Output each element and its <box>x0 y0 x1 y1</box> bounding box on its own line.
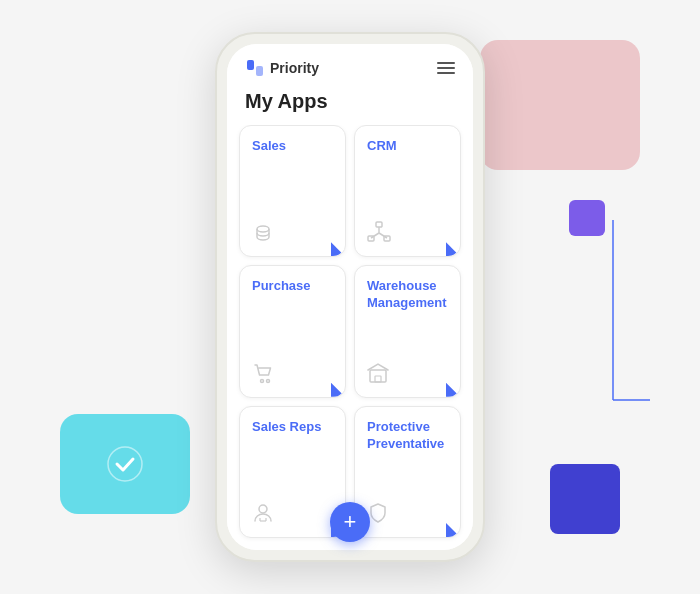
svg-rect-15 <box>375 376 381 382</box>
priority-logo-icon <box>245 58 265 78</box>
app-card-bottom-purchase <box>252 362 333 389</box>
hamburger-line-1 <box>437 62 455 64</box>
apps-grid: Sales CRM <box>227 125 473 550</box>
warehouse-card-arrow <box>446 383 460 397</box>
logo-text: Priority <box>270 60 319 76</box>
hamburger-line-3 <box>437 72 455 74</box>
app-card-protective[interactable]: Protective Preventative <box>354 406 461 538</box>
svg-point-0 <box>108 447 142 481</box>
logo-area: Priority <box>245 58 319 78</box>
protective-icon <box>367 502 389 529</box>
fab-add-button[interactable]: + <box>330 502 370 542</box>
app-title-salesreps: Sales Reps <box>252 419 333 436</box>
svg-rect-6 <box>376 222 382 227</box>
app-card-bottom-salesreps <box>252 502 333 529</box>
svg-point-13 <box>267 379 270 382</box>
app-card-bottom-sales <box>252 221 333 248</box>
hamburger-menu[interactable] <box>437 62 455 74</box>
phone-shell: Priority My Apps Sales <box>215 32 485 562</box>
warehouse-icon <box>367 362 389 389</box>
decorative-blue-square <box>550 464 620 534</box>
sales-card-arrow <box>331 242 345 256</box>
app-card-crm[interactable]: CRM <box>354 125 461 257</box>
crm-card-arrow <box>446 242 460 256</box>
crm-icon <box>367 221 391 248</box>
salesreps-icon <box>252 502 274 529</box>
sales-icon <box>252 221 274 248</box>
app-card-bottom-protective <box>367 502 448 529</box>
svg-rect-3 <box>247 60 254 70</box>
app-title-purchase: Purchase <box>252 278 333 295</box>
decorative-purple-square <box>569 200 605 236</box>
svg-point-5 <box>257 226 269 232</box>
svg-rect-4 <box>256 66 263 76</box>
app-card-bottom-crm <box>367 221 448 248</box>
decorative-pink-rectangle <box>480 40 640 170</box>
app-title-warehouse: Warehouse Management <box>367 278 448 312</box>
app-card-bottom-warehouse <box>367 362 448 389</box>
app-card-warehouse[interactable]: Warehouse Management <box>354 265 461 397</box>
app-header: Priority <box>227 44 473 86</box>
app-card-purchase[interactable]: Purchase <box>239 265 346 397</box>
svg-point-16 <box>259 505 267 513</box>
phone-screen: Priority My Apps Sales <box>227 44 473 550</box>
app-title-crm: CRM <box>367 138 448 155</box>
hamburger-line-2 <box>437 67 455 69</box>
purchase-card-arrow <box>331 383 345 397</box>
app-title-sales: Sales <box>252 138 333 155</box>
page-title: My Apps <box>227 86 473 125</box>
protective-card-arrow <box>446 523 460 537</box>
purchase-icon <box>252 362 274 389</box>
app-card-sales[interactable]: Sales <box>239 125 346 257</box>
svg-point-12 <box>261 379 264 382</box>
decorative-cyan-check <box>60 414 190 514</box>
app-title-protective: Protective Preventative <box>367 419 448 453</box>
